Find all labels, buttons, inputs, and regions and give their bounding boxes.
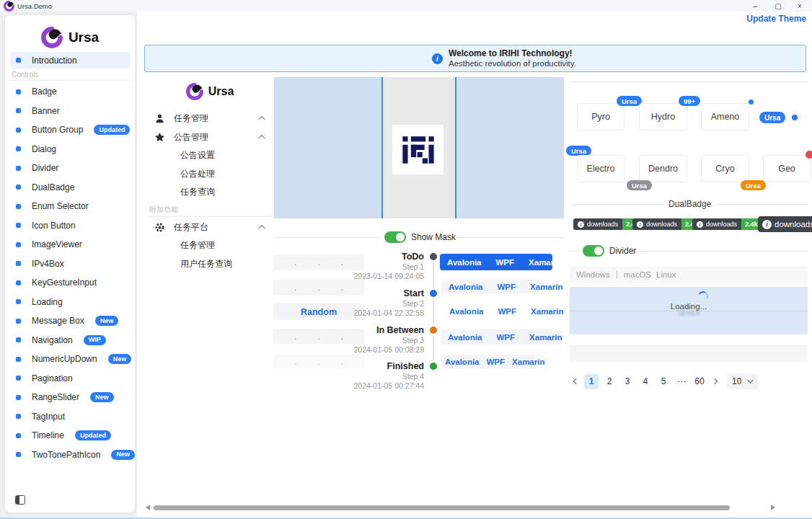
timeline-title: Start [303,288,424,299]
avalonia-button[interactable]: Avalonia [440,258,489,267]
sidebar-item-label: Timeline [32,430,64,440]
chevron-up-icon[interactable] [258,225,265,232]
card-label: Cryo [715,164,734,174]
wpf-button[interactable]: WPF [489,258,522,267]
sidebar-item[interactable]: TagInput [5,407,136,427]
viewer-mask-handle[interactable] [381,77,383,218]
bullet-icon [16,414,21,419]
sidebar-item[interactable]: DualBadge [5,178,136,198]
sidebar-item[interactable]: Pagination [5,369,136,389]
divider [454,237,564,238]
sidebar-item[interactable]: Dialog [5,140,136,159]
page-number[interactable]: 3 [620,374,635,389]
image-viewer[interactable] [274,77,564,218]
page-number[interactable]: 60 [692,374,707,389]
page-number[interactable]: 5 [656,374,671,389]
minimize-button[interactable]: – [744,0,766,12]
pagination: 12345⋯60 10 [572,373,759,389]
scroll-left-icon[interactable] [146,505,150,510]
next-page-icon[interactable] [712,378,718,384]
bullet-icon [16,452,21,457]
sidebar-item[interactable]: Enum Selector [5,197,136,216]
sidebar-logo-text: Ursa [69,30,99,45]
sidebar-item[interactable]: Icon Button [5,216,136,236]
sidebar-item[interactable]: Badge [5,82,136,102]
menu-subitem-task-query[interactable]: 任务查询 [146,183,274,202]
page-number[interactable]: 2 [602,374,617,389]
sidebar-item[interactable]: ImageViewer [5,235,136,254]
update-theme-button[interactable]: Update Theme [746,14,806,24]
sidebar-item[interactable]: NumericUpDown New [5,350,136,369]
sidebar-item[interactable]: KeyGestureInput [5,273,136,293]
sidebar-item[interactable]: TwoTonePathIcon New [5,445,136,465]
horizontal-scrollbar[interactable] [154,505,730,510]
menu-subitem-task-management[interactable]: 任务管理 [146,236,274,255]
dual-badge-label: downloads [587,221,618,228]
info-icon: i [762,220,772,229]
avalonia-button[interactable]: Avalonia [441,358,483,366]
ursa-badge-orange: Ursa [741,180,766,190]
sidebar-item-label: IPv4Box [32,259,64,269]
timeline-title: Finished [303,360,424,372]
menu-item-announcement-management[interactable]: 公告管理 [146,128,274,147]
menu-subitem-user-task-query[interactable]: 用户任务查询 [146,255,274,274]
title-bar: Ursa.Demo [0,0,812,12]
page-number[interactable]: 1 [584,374,599,389]
xamarin-button[interactable]: Xamarin [522,333,569,342]
sidebar-item[interactable]: IPv4Box [5,254,136,274]
sidebar-item[interactable]: Banner [5,102,136,121]
avalonia-button[interactable]: Avalonia [441,283,490,291]
sidebar-item[interactable]: Timeline Updated [5,426,136,445]
ursa-badge: Ursa [566,146,591,156]
dot-badge [749,99,754,105]
chevron-up-icon[interactable] [258,116,265,123]
divider-toggle[interactable] [583,245,604,257]
xamarin-button[interactable]: Xamarin [524,307,570,316]
avalonia-button[interactable]: Avalonia [442,307,491,316]
wpf-button[interactable]: WPF [491,307,524,316]
sidebar-item[interactable]: Loading [5,293,136,312]
sidebar-item[interactable]: Navigation WIP [5,331,136,350]
page-number[interactable]: ⋯ [674,374,689,389]
menu-item-task-platform[interactable]: 任务平台 [146,218,274,237]
sidebar-item[interactable]: Message Box New [5,311,136,331]
menu-subitem-announcement-settings[interactable]: 公告设置 [146,146,274,165]
banner-title: Welcome to IRIHI Technology! [449,48,573,58]
bullet-icon [16,319,21,324]
status-badge: New [111,450,135,460]
viewer-mask-handle[interactable] [455,77,456,218]
page-size-dropdown[interactable]: 10 [727,373,759,389]
sidebar-item-label: Navigation [32,335,73,345]
show-mask-toggle[interactable] [384,231,406,243]
sidebar: Ursa Introduction Controls Badge Banner … [4,14,136,513]
sidebar-item-label: Enum Selector [32,201,89,211]
viewer-mask-left [274,77,381,218]
menu-item-label: 任务管理 [180,239,215,252]
menu-item-task-management[interactable]: 任务管理 [146,110,274,128]
close-button[interactable]: × [789,0,811,12]
status-badge: New [95,316,119,326]
previous-page-icon[interactable] [573,378,579,384]
wpf-button[interactable]: WPF [490,283,524,291]
divider [147,216,273,217]
xamarin-button[interactable]: Xamarin [521,258,568,267]
sidebar-item[interactable]: Button Group Updated [5,120,136,140]
sidebar-item-label: Loading [32,297,63,307]
xamarin-button[interactable]: Xamarin [508,358,548,366]
card-label: Hydro [651,112,675,122]
sidebar-item-introduction[interactable]: Introduction [11,52,131,68]
wpf-button[interactable]: WPF [490,333,523,342]
maximize-button[interactable]: ▢ [767,0,789,12]
page-number[interactable]: 4 [638,374,653,389]
sidebar-item[interactable]: RangeSlider New [5,388,136,407]
xamarin-button[interactable]: Xamarin [523,283,570,291]
avalonia-button[interactable]: Avalonia [441,333,490,342]
wpf-button[interactable]: WPF [483,358,509,366]
collapse-sidebar-icon[interactable] [15,495,25,505]
sidebar-item[interactable]: Divider [5,159,136,178]
menu-subitem-announcement-handling[interactable]: 公告处理 [146,165,274,184]
loading-text: Loading... [570,302,808,311]
scroll-right-icon[interactable] [771,505,775,510]
chevron-up-icon[interactable] [258,135,265,142]
menu-section-label: 附加功能 [146,205,274,215]
